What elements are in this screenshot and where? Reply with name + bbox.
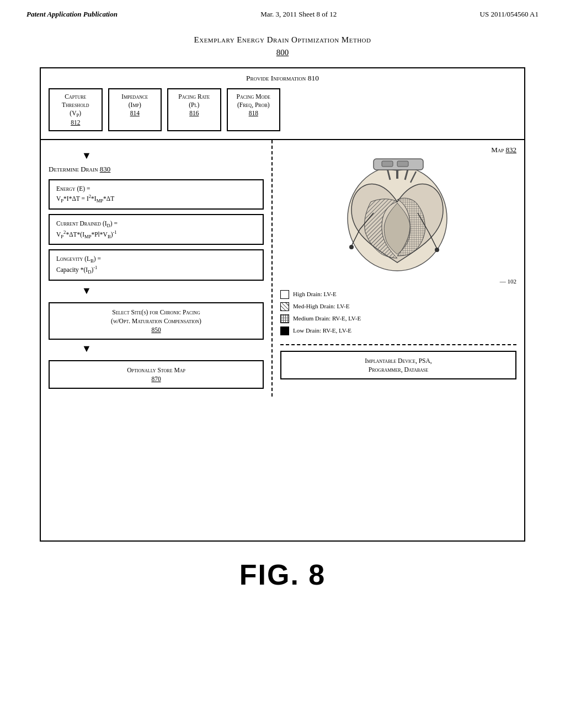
capture-threshold-box: CaptureThreshold(VP) 812	[49, 88, 103, 131]
box-816-number: 816	[174, 109, 215, 117]
left-column: ▼ Determine Drain 830 Energy (E) = VP*I*…	[41, 140, 273, 397]
legend-box-med-high	[280, 302, 289, 311]
sheet-info: Mar. 3, 2011 Sheet 8 of 12	[260, 10, 337, 19]
heart-diagram-svg	[332, 158, 465, 279]
provide-info-label: Provide Information 810	[49, 74, 516, 83]
select-site-number: 850	[151, 326, 161, 333]
svg-point-12	[435, 248, 439, 252]
store-map-number: 870	[151, 376, 161, 382]
pacing-mode-box: Pacing Mode(Freq, Prob) 818	[227, 88, 281, 131]
diagram-number: 800	[33, 48, 532, 57]
legend-label-low-drain: Low Drain: RV-E, LV-E	[293, 325, 351, 336]
main-diagram-box: Provide Information 810 CaptureThreshold…	[40, 67, 525, 542]
select-site-line2: (w/Opt. Maturation Compensation)	[111, 318, 201, 324]
map-number: 832	[506, 146, 517, 154]
capture-threshold-label: CaptureThreshold(VP)	[62, 93, 89, 116]
box-812-number: 812	[55, 119, 96, 127]
arrow-down-2: ▼	[82, 285, 264, 297]
legend-box-low-drain	[280, 326, 289, 335]
right-column: Map 832	[273, 140, 524, 397]
patent-number: US 2011/054560 A1	[480, 10, 539, 19]
energy-formula-title: Energy (E) =	[56, 185, 90, 192]
implantable-line1: Implantable Device, PSA,	[365, 357, 431, 364]
implantable-device-box: Implantable Device, PSA, Programmer, Dat…	[280, 351, 516, 379]
legend-label-high-drain: High Drain: LV-E	[293, 289, 337, 300]
provide-info-section: Provide Information 810 CaptureThreshold…	[41, 68, 524, 131]
legend-item-medium: Medium Drain: RV-E, LV-E	[280, 313, 516, 324]
box-818-number: 818	[233, 109, 274, 117]
impedance-box: Impedance(Imp) 814	[108, 88, 162, 131]
legend-item-med-high: Med-High Drain: LV-E	[280, 301, 516, 312]
svg-rect-15	[397, 161, 408, 167]
svg-point-9	[349, 245, 354, 249]
legend-item-low-drain: Low Drain: RV-E, LV-E	[280, 325, 516, 336]
legend-box-high-drain	[280, 290, 289, 299]
arrow-down-3: ▼	[82, 343, 264, 355]
map-label: Map 832	[280, 146, 516, 154]
pacing-rate-label: Pacing Rate(Pl)	[178, 93, 210, 108]
main-content: Exemplary Energy Drain Optimization Meth…	[0, 24, 565, 608]
heart-image-container	[280, 158, 516, 279]
bottom-columns: ▼ Determine Drain 830 Energy (E) = VP*I*…	[41, 139, 524, 397]
info-boxes-row: CaptureThreshold(VP) 812 Impedance(Imp) …	[49, 88, 280, 131]
current-drained-title: Current Drained (ID) =	[56, 220, 118, 227]
determine-drain-label: Determine Drain 830	[49, 165, 264, 174]
implantable-line2: Programmer, Database	[369, 366, 428, 373]
longevity-body: Capacity *(ID)-1	[56, 266, 97, 273]
pacing-rate-box: Pacing Rate(Pl) 816	[167, 88, 221, 131]
dashed-divider	[280, 344, 516, 345]
legend: High Drain: LV-E Med-High Drain: LV-E Me…	[280, 289, 516, 336]
fig-caption: FIG. 8	[33, 558, 532, 591]
select-site-box: Select Site(s) for Chronic Pacing (w/Opt…	[49, 302, 264, 340]
longevity-title: Longevity (LB) =	[56, 255, 101, 262]
select-site-line1: Select Site(s) for Chronic Pacing	[112, 309, 200, 315]
drain-number: 830	[100, 165, 111, 173]
current-drained-body: VP2*ΔT*(IMP*Pl*VB)-1	[56, 231, 117, 238]
pacing-mode-label: Pacing Mode(Freq, Prob)	[237, 93, 270, 108]
legend-box-medium	[280, 314, 289, 323]
energy-formula-box: Energy (E) = VP*I*ΔT = I2*IMP*ΔT	[49, 179, 264, 209]
svg-rect-14	[382, 161, 393, 167]
store-map-line1: Optionally Store Map	[127, 367, 185, 373]
box-814-number: 814	[115, 109, 156, 117]
longevity-formula-box: Longevity (LB) = Capacity *(ID)-1	[49, 249, 264, 281]
current-drained-formula-box: Current Drained (ID) = VP2*ΔT*(IMP*Pl*VB…	[49, 214, 264, 245]
diagram-title: Exemplary Energy Drain Optimization Meth…	[33, 35, 532, 45]
legend-label-medium: Medium Drain: RV-E, LV-E	[293, 313, 361, 324]
legend-item-high-drain: High Drain: LV-E	[280, 289, 516, 300]
legend-label-med-high: Med-High Drain: LV-E	[293, 301, 349, 312]
impedance-label: Impedance(Imp)	[121, 93, 148, 108]
arrow-down-1: ▼	[82, 150, 264, 162]
store-map-box: Optionally Store Map 870	[49, 360, 264, 389]
energy-formula-body: VP*I*ΔT = I2*IMP*ΔT	[56, 195, 114, 202]
page-header: Patent Application Publication Mar. 3, 2…	[0, 0, 565, 24]
publication-label: Patent Application Publication	[26, 10, 118, 19]
